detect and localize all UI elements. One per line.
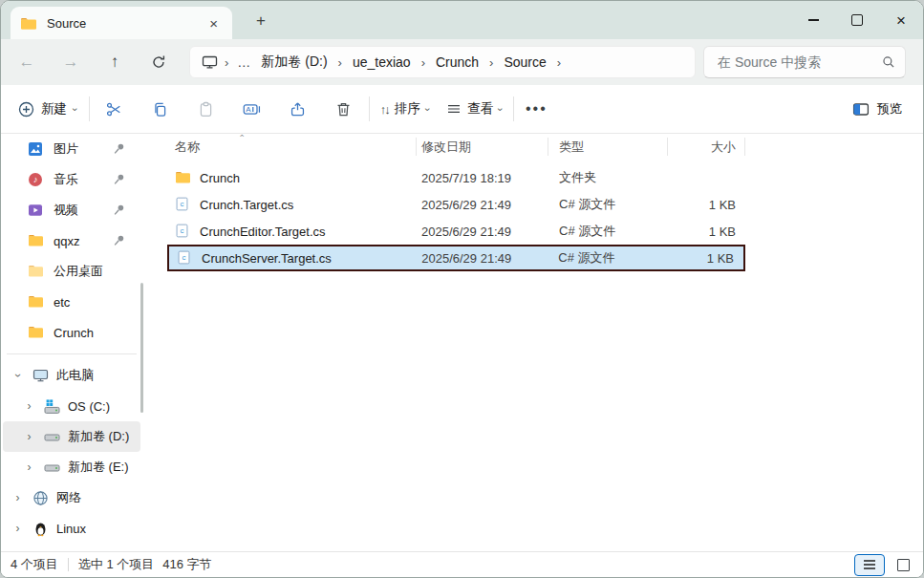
rename-button[interactable]: A [229, 91, 275, 127]
sidebar-scrollbar[interactable] [140, 283, 143, 413]
maximize-button[interactable] [835, 1, 879, 39]
status-divider [68, 558, 69, 571]
breadcrumb-item-ue-texiao[interactable]: ue_texiao [347, 52, 417, 73]
column-divider[interactable] [744, 138, 745, 156]
tab-source[interactable]: Source × [11, 7, 232, 39]
sidebar-item-public-desktop[interactable]: 公用桌面 [3, 256, 140, 287]
new-tab-button[interactable]: + [247, 9, 274, 33]
svg-text:c: c [181, 226, 184, 235]
file-list: › 名称 修改日期 类型 大小 Crunch 2025/7/19 18:19 [167, 134, 745, 271]
toolbar-divider [513, 96, 514, 121]
details-view-button[interactable] [854, 554, 885, 576]
file-date: 2025/7/19 18:19 [416, 171, 548, 185]
column-header-type[interactable]: 类型 [548, 139, 667, 156]
chevron-right-icon[interactable]: › [22, 430, 36, 443]
paste-button[interactable] [183, 91, 229, 127]
share-button[interactable] [275, 91, 321, 127]
file-name: Crunch [200, 171, 240, 185]
search-input[interactable] [716, 54, 882, 71]
this-pc-icon [32, 368, 49, 384]
maximize-icon [851, 14, 863, 26]
minimize-button[interactable] [791, 1, 835, 39]
toolbar-divider [89, 96, 90, 121]
sidebar-item-label: 网络 [56, 489, 81, 506]
sidebar-item-os-c[interactable]: › OS (C:) [3, 391, 140, 421]
sort-button[interactable]: ↑↓ 排序 › [372, 95, 439, 123]
column-header-name[interactable]: 名称 [167, 139, 416, 156]
folder-icon [28, 233, 44, 248]
cut-button[interactable] [92, 91, 138, 127]
column-headers: › 名称 修改日期 类型 大小 [167, 134, 745, 160]
sidebar-item-drive-e[interactable]: › 新加卷 (E:) [3, 452, 140, 482]
close-icon: × [896, 12, 906, 29]
breadcrumb-chevron-icon: › [417, 55, 430, 70]
pin-icon[interactable] [113, 234, 125, 246]
sidebar-item-drive-d[interactable]: › 新加卷 (D:) [3, 421, 140, 452]
pin-icon[interactable] [113, 203, 125, 216]
chevron-right-icon[interactable]: › [11, 491, 25, 504]
chevron-right-icon[interactable]: › [11, 522, 25, 535]
breadcrumb-overflow-button[interactable]: … [233, 54, 255, 70]
sidebar-item-linux[interactable]: › Linux [3, 513, 140, 544]
new-button-label: 新建 [41, 100, 67, 118]
sidebar-item-etc[interactable]: etc [3, 287, 140, 317]
this-pc-icon[interactable] [202, 54, 218, 70]
delete-button[interactable] [321, 91, 367, 127]
cs-file-icon: c [175, 197, 191, 212]
pin-icon[interactable] [113, 173, 125, 185]
sidebar-item-this-pc[interactable]: › 此电脑 [3, 360, 140, 391]
sidebar-item-videos[interactable]: 视频 [3, 195, 140, 225]
breadcrumb-chevron-icon: › [333, 55, 347, 70]
file-row-cruncheditor-target[interactable]: c CrunchEditor.Target.cs 2025/6/29 21:49… [167, 218, 745, 245]
file-name: CrunchEditor.Target.cs [200, 225, 326, 239]
column-divider[interactable] [667, 138, 668, 156]
up-button[interactable]: ↑ [93, 45, 137, 79]
sidebar-item-pictures[interactable]: 图片 [3, 134, 140, 164]
copy-icon [152, 101, 168, 118]
sidebar-item-network[interactable]: › 网络 [3, 482, 140, 513]
file-date: 2025/6/29 21:49 [416, 198, 548, 212]
pictures-icon [28, 141, 44, 157]
back-button[interactable]: ← [5, 45, 49, 79]
tab-title: Source [47, 16, 204, 31]
chevron-down-icon[interactable]: › [11, 369, 25, 383]
toolbar-divider [369, 96, 370, 121]
sort-ascending-icon: › [237, 135, 247, 138]
sidebar-item-music[interactable]: ♪ 音乐 [3, 164, 140, 195]
more-options-button[interactable]: ••• [516, 96, 557, 121]
copy-button[interactable] [138, 91, 183, 127]
view-button[interactable]: 查看 › [438, 95, 511, 123]
close-button[interactable]: × [879, 1, 923, 39]
file-row-crunch[interactable]: Crunch 2025/7/19 18:19 文件夹 [167, 164, 745, 191]
drive-icon [44, 460, 60, 476]
column-divider[interactable] [416, 138, 417, 156]
column-header-date[interactable]: 修改日期 [416, 139, 548, 156]
breadcrumb-item-source[interactable]: Source [498, 52, 551, 73]
item-count: 4 个项目 [11, 556, 58, 573]
preview-toggle-button[interactable]: 预览 [845, 95, 910, 123]
breadcrumb-item-drive-d[interactable]: 新加卷 (D:) [255, 51, 333, 74]
music-icon: ♪ [28, 172, 44, 187]
svg-text:A: A [246, 105, 251, 114]
minimize-icon [808, 19, 819, 20]
search-icon[interactable] [882, 55, 895, 69]
large-icons-view-button[interactable] [891, 555, 915, 575]
file-row-crunchserver-target[interactable]: c CrunchServer.Target.cs 2025/6/29 21:49… [167, 245, 745, 271]
forward-button[interactable]: → [49, 45, 93, 79]
breadcrumb-item-crunch[interactable]: Crunch [430, 52, 484, 73]
column-header-size[interactable]: 大小 [667, 139, 745, 156]
file-row-crunch-target[interactable]: c Crunch.Target.cs 2025/6/29 21:49 C# 源文… [167, 191, 745, 218]
pin-icon[interactable] [113, 142, 125, 155]
chevron-right-icon[interactable]: › [22, 399, 36, 413]
file-name: CrunchServer.Target.cs [202, 251, 332, 266]
refresh-button[interactable] [137, 45, 181, 79]
column-divider[interactable] [548, 138, 548, 156]
tab-close-icon[interactable]: × [204, 14, 223, 32]
new-button[interactable]: 新建 › [9, 95, 87, 123]
breadcrumb-chevron-icon: › [220, 55, 233, 70]
sidebar-item-label: 图片 [54, 140, 78, 158]
chevron-right-icon[interactable]: › [22, 460, 36, 474]
sidebar-item-crunch[interactable]: Crunch [3, 317, 140, 348]
sidebar-item-label: Linux [56, 522, 86, 536]
sidebar-item-qqxz[interactable]: qqxz [3, 225, 140, 256]
